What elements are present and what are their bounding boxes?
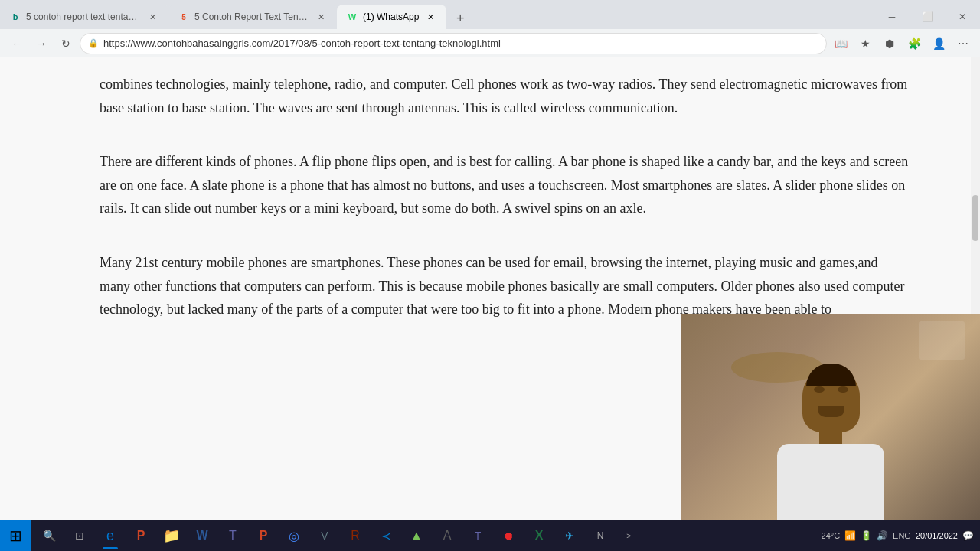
nav-bar: ← → ↻ 🔒 https://www.contohbahasainggris.… xyxy=(0,29,980,57)
extensions-button[interactable]: 🧩 xyxy=(903,33,925,54)
article-paragraph-2: There are different kinds of phones. A f… xyxy=(100,150,910,220)
taskbar-search[interactable]: 🔍 xyxy=(34,520,64,551)
article-paragraph-1: combines technologies, mainly telephone,… xyxy=(100,73,910,119)
person-body xyxy=(777,444,884,520)
taskbar-vmware[interactable]: V xyxy=(309,520,340,551)
taskbar-excel[interactable]: X xyxy=(524,520,554,551)
tab-3-close[interactable]: ✕ xyxy=(423,10,437,24)
notification-icon: 💬 xyxy=(962,530,974,541)
wifi-icon: 📶 xyxy=(844,530,856,541)
lock-icon: 🔒 xyxy=(88,38,99,48)
person-silhouette xyxy=(777,367,884,520)
tab-2-close[interactable]: ✕ xyxy=(314,10,328,24)
favorites-button[interactable]: ★ xyxy=(854,33,876,54)
taskbar-edge[interactable]: e xyxy=(95,520,126,551)
menu-button[interactable]: ⋯ xyxy=(952,33,974,54)
taskbar-telegram[interactable]: ✈ xyxy=(554,520,585,551)
temp-indicator: 24°C xyxy=(822,531,841,540)
system-tray: 24°C 📶 🔋 🔊 ENG 20/01/2022 💬 xyxy=(815,530,980,541)
url-text[interactable]: https://www.contohbahasainggris.com/2017… xyxy=(103,37,818,49)
battery-icon: 🔋 xyxy=(861,530,872,541)
taskbar-teams[interactable]: T xyxy=(217,520,248,551)
tab-1-title: 5 contoh report text tentang tel... xyxy=(26,11,141,22)
tab-1-favicon: b xyxy=(9,11,21,23)
taskbar-android[interactable]: ▲ xyxy=(401,520,432,551)
page-content: combines technologies, mainly telephone,… xyxy=(0,57,980,520)
read-mode-button[interactable]: 📖 xyxy=(830,33,851,54)
date-display: 20/01/2022 xyxy=(916,530,958,541)
person-head xyxy=(802,367,860,432)
volume-icon: 🔊 xyxy=(877,530,888,541)
taskbar-teams2[interactable]: T xyxy=(462,520,493,551)
webcam-background xyxy=(681,314,980,520)
scrollbar-thumb[interactable] xyxy=(972,195,978,241)
webcam-overlay xyxy=(681,314,980,520)
window-controls-area: ─ ⬜ ✕ xyxy=(874,5,980,29)
tab-2[interactable]: 5 5 Contoh Report Text Tentang Te... ✕ xyxy=(168,5,337,29)
taskbar-winrar[interactable]: R xyxy=(340,520,371,551)
start-button[interactable]: ⊞ xyxy=(0,520,31,551)
address-bar[interactable]: 🔒 https://www.contohbahasainggris.com/20… xyxy=(80,33,827,54)
tab-2-favicon: 5 xyxy=(178,11,190,23)
taskbar-android2[interactable]: A xyxy=(432,520,462,551)
taskbar-ppt2[interactable]: P xyxy=(248,520,279,551)
collections-button[interactable]: ⬢ xyxy=(879,33,900,54)
room-detail xyxy=(919,321,965,360)
clock-display[interactable]: 20/01/2022 xyxy=(916,530,958,541)
taskbar-chrome[interactable]: ◎ xyxy=(279,520,309,551)
tab-3[interactable]: W (1) WhatsApp ✕ xyxy=(337,5,446,29)
taskbar-word[interactable]: W xyxy=(187,520,217,551)
taskbar-taskview[interactable]: ⊡ xyxy=(64,520,95,551)
tab-1-close[interactable]: ✕ xyxy=(145,10,159,24)
profile-button[interactable]: 👤 xyxy=(928,33,949,54)
browser-chrome: b 5 contoh report text tentang tel... ✕ … xyxy=(0,0,980,57)
back-button[interactable]: ← xyxy=(6,33,28,54)
taskbar-icons: 🔍 ⊡ e P 📁 W T P ◎ V R ≺ ▲ A T ⏺ X ✈ N >_ xyxy=(31,520,815,551)
taskbar-obs[interactable]: ⏺ xyxy=(493,520,524,551)
taskbar-vscode[interactable]: ≺ xyxy=(371,520,401,551)
taskbar-explorer[interactable]: 📁 xyxy=(156,520,187,551)
nav-icons-area: 📖 ★ ⬢ 🧩 👤 ⋯ xyxy=(830,33,974,54)
tab-2-title: 5 Contoh Report Text Tentang Te... xyxy=(194,11,309,22)
tab-3-title: (1) WhatsApp xyxy=(363,11,419,22)
refresh-button[interactable]: ↻ xyxy=(55,33,77,54)
taskbar: ⊞ 🔍 ⊡ e P 📁 W T P ◎ V R ≺ ▲ A T ⏺ X ✈ N … xyxy=(0,520,980,551)
taskbar-netcut[interactable]: N xyxy=(585,520,616,551)
new-tab-button[interactable]: + xyxy=(449,8,471,29)
close-button[interactable]: ✕ xyxy=(945,5,980,29)
forward-button[interactable]: → xyxy=(31,33,52,54)
maximize-button[interactable]: ⬜ xyxy=(910,5,945,29)
taskbar-cmd[interactable]: >_ xyxy=(616,520,646,551)
tab-3-favicon: W xyxy=(346,11,358,23)
tab-1[interactable]: b 5 contoh report text tentang tel... ✕ xyxy=(0,5,168,29)
tab-bar: b 5 contoh report text tentang tel... ✕ … xyxy=(0,0,980,29)
lang-indicator: ENG xyxy=(893,531,911,540)
taskbar-powerpoint[interactable]: P xyxy=(126,520,156,551)
minimize-button[interactable]: ─ xyxy=(874,5,910,29)
article-paragraph-3: Many 21st century mobile phones are smar… xyxy=(100,251,910,321)
